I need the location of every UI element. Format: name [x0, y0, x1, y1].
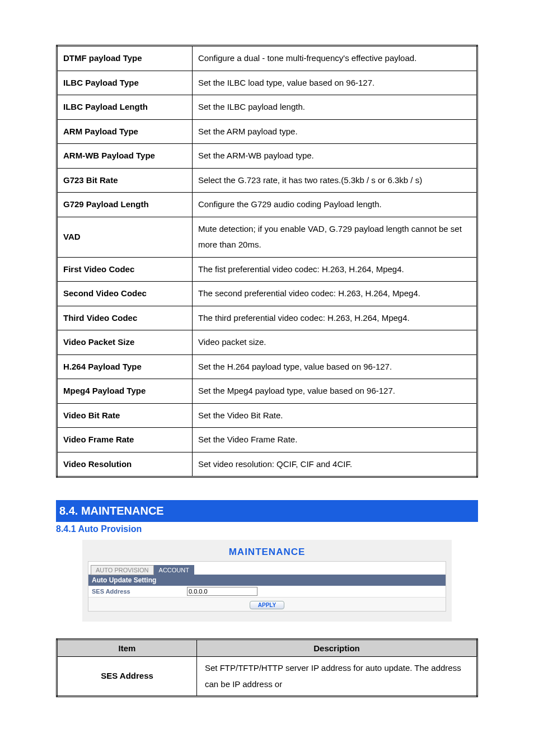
table-row: ILBC Payload TypeSet the ILBC load type,…	[57, 71, 477, 95]
desc-row-label: SES Address	[57, 657, 197, 697]
setting-description: Set the ARM payload type.	[193, 119, 477, 144]
setting-label: ARM-WB Payload Type	[57, 144, 193, 169]
setting-label: ILBC Payload Type	[57, 71, 193, 95]
setting-description: Mute detection; if you enable VAD, G.729…	[193, 217, 477, 257]
setting-label: Mpeg4 Payload Type	[57, 379, 193, 404]
setting-label: H.264 Payload Type	[57, 354, 193, 379]
setting-label: G729 Payload Length	[57, 193, 193, 217]
section-heading: 8.4. MAINTENANCE	[56, 500, 478, 522]
auto-update-setting-header: Auto Update Setting	[88, 575, 446, 586]
setting-label: Video Bit Rate	[57, 403, 193, 428]
table-row: ARM-WB Payload TypeSet the ARM-WB payloa…	[57, 144, 477, 169]
setting-description: Set the ILBC payload length.	[193, 95, 477, 120]
setting-label: VAD	[57, 217, 193, 257]
setting-description: Set the ILBC load type, value based on 9…	[193, 71, 477, 95]
desc-header-description: Description	[197, 640, 477, 657]
table-row: H.264 Payload TypeSet the H.264 payload …	[57, 354, 477, 379]
table-row: Video ResolutionSet video resolution: QC…	[57, 452, 477, 477]
table-row: Mpeg4 Payload TypeSet the Mpeg4 payload …	[57, 379, 477, 404]
setting-label: First Video Codec	[57, 257, 193, 282]
table-row: G723 Bit RateSelect the G.723 rate, it h…	[57, 168, 477, 193]
table-row: Second Video CodecThe second preferentia…	[57, 282, 477, 306]
setting-description: The second preferential video codec: H.2…	[193, 282, 477, 306]
setting-description: Video packet size.	[193, 330, 477, 355]
table-row: Video Packet SizeVideo packet size.	[57, 330, 477, 355]
setting-description: Set the ARM-WB payload type.	[193, 144, 477, 169]
desc-header-item: Item	[57, 640, 197, 657]
setting-label: ILBC Payload Length	[57, 95, 193, 120]
tab-account[interactable]: ACCOUNT	[154, 565, 194, 575]
table-row: First Video CodecThe fist preferential v…	[57, 257, 477, 282]
desc-row-text: Set FTP/TFTP/HTTP server IP address for …	[197, 657, 477, 697]
table-row: SES Address Set FTP/TFTP/HTTP server IP …	[57, 657, 477, 697]
setting-description: The third preferential video codec: H.26…	[193, 306, 477, 330]
setting-description: The fist preferential video codec: H.263…	[193, 257, 477, 282]
maintenance-title: MAINTENANCE	[88, 547, 446, 558]
apply-button[interactable]: APPLY	[250, 601, 284, 609]
setting-label: ARM Payload Type	[57, 119, 193, 144]
setting-description: Set the Video Frame Rate.	[193, 428, 477, 452]
subsection-heading: 8.4.1 Auto Provision	[56, 524, 478, 534]
setting-label: Video Frame Rate	[57, 428, 193, 452]
setting-label: Third Video Codec	[57, 306, 193, 330]
description-table: Item Description SES Address Set FTP/TFT…	[56, 638, 478, 697]
setting-description: Set the Video Bit Rate.	[193, 403, 477, 428]
setting-description: Set the H.264 payload type, value based …	[193, 354, 477, 379]
table-row: Video Bit RateSet the Video Bit Rate.	[57, 403, 477, 428]
ses-address-input[interactable]	[187, 587, 257, 596]
ses-address-label: SES Address	[92, 588, 187, 595]
setting-description: Configure the G729 audio coding Payload …	[193, 193, 477, 217]
table-row: ILBC Payload LengthSet the ILBC payload …	[57, 95, 477, 120]
table-row: Third Video CodecThe third preferential …	[57, 306, 477, 330]
setting-label: Video Resolution	[57, 452, 193, 477]
setting-label: Second Video Codec	[57, 282, 193, 306]
tab-auto-provision[interactable]: AUTO PROVISION	[91, 565, 154, 575]
setting-description: Set video resolution: QCIF, CIF and 4CIF…	[193, 452, 477, 477]
setting-description: Set the Mpeg4 payload type, value based …	[193, 379, 477, 404]
table-row: ARM Payload TypeSet the ARM payload type…	[57, 119, 477, 144]
setting-label: DTMF payload Type	[57, 46, 193, 71]
table-row: G729 Payload LengthConfigure the G729 au…	[57, 193, 477, 217]
table-row: VADMute detection; if you enable VAD, G.…	[57, 217, 477, 257]
setting-description: Select the G.723 rate, it has two rates.…	[193, 168, 477, 193]
settings-table: DTMF payload TypeConfigure a dual - tone…	[56, 45, 478, 478]
table-row: Video Frame RateSet the Video Frame Rate…	[57, 428, 477, 452]
setting-label: Video Packet Size	[57, 330, 193, 355]
setting-description: Configure a dual - tone multi-frequency'…	[193, 46, 477, 71]
setting-label: G723 Bit Rate	[57, 168, 193, 193]
maintenance-screenshot: MAINTENANCE AUTO PROVISIONACCOUNT Auto U…	[82, 540, 452, 622]
table-row: DTMF payload TypeConfigure a dual - tone…	[57, 46, 477, 71]
